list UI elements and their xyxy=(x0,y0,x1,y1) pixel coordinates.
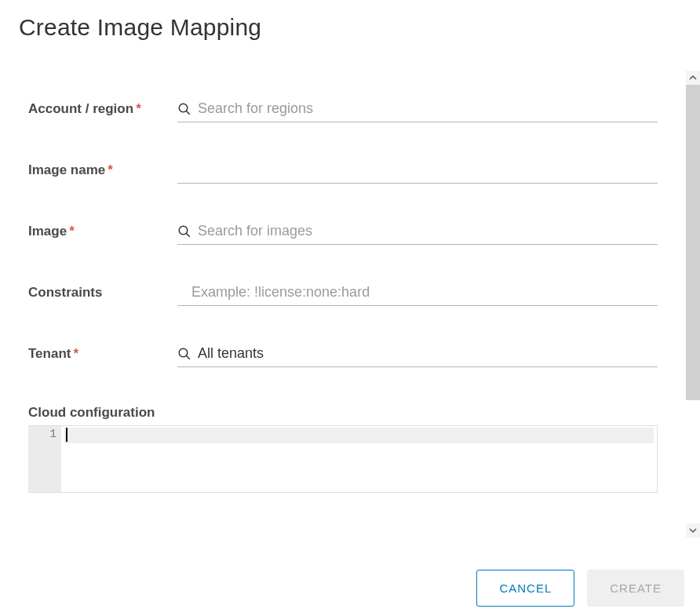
svg-point-0 xyxy=(179,104,188,112)
required-marker: * xyxy=(69,224,75,239)
create-image-mapping-form: Account / region* Image name* Image* xyxy=(0,71,686,367)
account-region-label: Account / region* xyxy=(28,99,177,118)
tenant-label: Tenant* xyxy=(28,344,177,363)
account-region-row: Account / region* xyxy=(28,99,658,122)
cloud-configuration-editor[interactable]: 1 xyxy=(28,425,658,493)
tenant-row: Tenant* All tenants xyxy=(28,344,658,367)
scrollbar-thumb[interactable] xyxy=(686,85,700,400)
svg-line-3 xyxy=(186,233,190,237)
account-region-field[interactable] xyxy=(177,99,658,122)
page-title: Create Image Mapping xyxy=(0,0,700,41)
svg-line-5 xyxy=(186,355,190,359)
tenant-value: All tenants xyxy=(198,345,264,362)
image-label: Image* xyxy=(28,221,177,241)
editor-gutter: 1 xyxy=(28,426,61,492)
image-name-field[interactable] xyxy=(177,160,658,184)
chevron-up-icon xyxy=(689,74,697,82)
svg-point-4 xyxy=(179,348,188,357)
dialog-footer: CANCEL CREATE xyxy=(476,570,684,607)
search-icon xyxy=(177,347,191,361)
image-name-input[interactable] xyxy=(177,162,658,178)
required-marker: * xyxy=(108,162,113,177)
search-icon xyxy=(177,224,191,239)
image-input[interactable] xyxy=(198,223,658,239)
image-field[interactable] xyxy=(177,221,658,245)
scroll-up-arrow[interactable] xyxy=(686,71,700,85)
editor-cursor xyxy=(66,428,67,442)
constraints-label: Constraints xyxy=(28,282,177,302)
svg-point-2 xyxy=(179,226,188,235)
cloud-configuration-label: Cloud configuration xyxy=(28,405,658,421)
scroll-down-arrow[interactable] xyxy=(686,523,700,538)
account-region-input[interactable] xyxy=(198,100,658,117)
create-button[interactable]: CREATE xyxy=(587,570,684,607)
line-number: 1 xyxy=(28,428,57,440)
chevron-down-icon xyxy=(689,527,697,534)
svg-line-1 xyxy=(186,111,190,115)
required-marker: * xyxy=(73,346,78,361)
editor-current-line xyxy=(64,428,654,443)
constraints-row: Constraints xyxy=(28,282,658,306)
search-icon xyxy=(177,102,191,116)
form-scroll-area: Account / region* Image name* Image* xyxy=(0,71,686,538)
constraints-input[interactable] xyxy=(177,284,658,301)
constraints-field[interactable] xyxy=(177,282,658,306)
vertical-scrollbar[interactable] xyxy=(686,71,700,538)
image-name-label: Image name* xyxy=(28,160,177,180)
tenant-field[interactable]: All tenants xyxy=(177,344,658,367)
editor-content[interactable] xyxy=(61,426,657,492)
scrollbar-track[interactable] xyxy=(686,85,700,523)
required-marker: * xyxy=(136,101,141,116)
cancel-button[interactable]: CANCEL xyxy=(476,570,574,607)
image-row: Image* xyxy=(28,221,658,245)
image-name-row: Image name* xyxy=(28,160,658,184)
